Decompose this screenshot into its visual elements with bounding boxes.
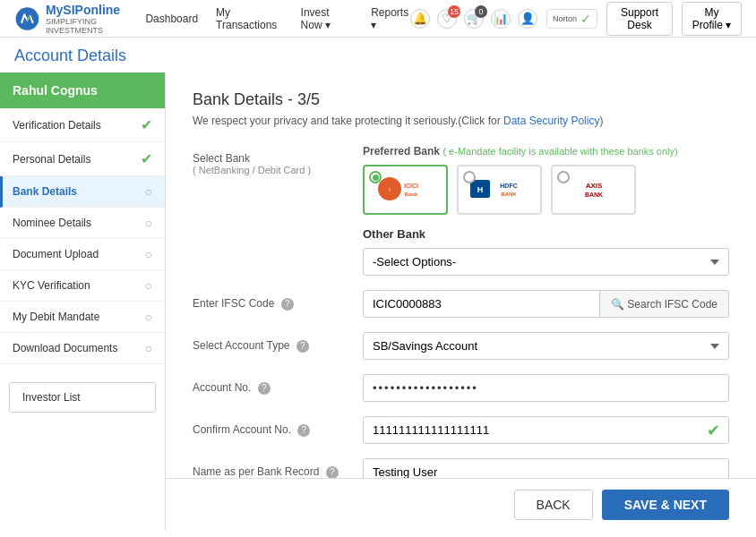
account-type-row: Select Account Type ? SB/Savings Account: [193, 332, 729, 360]
ifsc-input-group: 🔍 Search IFSC Code: [363, 290, 729, 318]
bank-name-help-icon[interactable]: ?: [326, 466, 339, 478]
sidebar-divider: [0, 364, 165, 373]
sidebar-item-document[interactable]: Document Upload ○: [0, 239, 165, 270]
logo-main: MySIPonline: [46, 3, 146, 17]
account-no-label: Account No. ?: [193, 374, 363, 395]
account-type-field: SB/Savings Account: [363, 332, 729, 360]
main-layout: Rahul Cognus Verification Details ✔ Pers…: [0, 72, 756, 531]
bell-icon[interactable]: 🔔: [410, 9, 430, 29]
sidebar-item-bank[interactable]: Bank Details ○: [0, 176, 165, 208]
circle-icon-bank: ○: [145, 184, 152, 199]
bank-card-hdfc[interactable]: H HDFC BANK: [457, 165, 542, 215]
confirm-check-icon: ✔: [707, 421, 720, 440]
svg-text:Bank: Bank: [404, 192, 417, 197]
sidebar: Rahul Cognus Verification Details ✔ Pers…: [0, 72, 166, 531]
svg-text:HDFC: HDFC: [500, 183, 517, 189]
form-content: Bank Details - 3/5 We respect your priva…: [166, 72, 756, 478]
account-type-select[interactable]: SB/Savings Account: [363, 332, 729, 360]
account-no-help-icon[interactable]: ?: [258, 382, 271, 395]
sidebar-item-nominee[interactable]: Nominee Details ○: [0, 208, 165, 239]
nav-dashboard[interactable]: Dashboard: [145, 13, 198, 25]
other-bank-label: Other Bank: [363, 227, 729, 241]
circle-icon-debit: ○: [145, 310, 152, 324]
ifsc-help-icon[interactable]: ?: [281, 298, 294, 311]
footer-buttons: BACK SAVE & NEXT: [166, 478, 756, 531]
save-next-button[interactable]: SAVE & NEXT: [602, 490, 729, 520]
nav-invest[interactable]: Invest Now ▾: [301, 6, 354, 31]
main-nav: Dashboard My Transactions Invest Now ▾ R…: [145, 6, 410, 31]
bank-name-label: Name as per Bank Record ?: [193, 458, 363, 478]
account-no-input[interactable]: [363, 374, 729, 402]
graph-icon[interactable]: 📊: [491, 9, 511, 29]
bank-options-area: Preferred Bank ( e-Mandate facility is a…: [363, 145, 729, 276]
bank-card-axis[interactable]: AXIS BANK: [551, 165, 636, 215]
sidebar-user: Rahul Cognus: [0, 72, 165, 108]
logo: MySIPonline SIMPLIFYING INVESTMENTS: [14, 3, 145, 35]
bank-name-row: Name as per Bank Record ?: [193, 458, 729, 478]
ifsc-input[interactable]: [363, 290, 600, 318]
logo-icon: [14, 4, 40, 33]
account-no-row: Account No. ?: [193, 374, 729, 402]
cart-wrapper: 🛒 0: [464, 9, 484, 29]
content-area: Bank Details - 3/5 We respect your priva…: [166, 72, 756, 531]
section-title: Bank Details - 3/5: [193, 90, 729, 109]
hdfc-logo-svg: H HDFC BANK: [468, 176, 531, 201]
axis-logo: AXIS BANK: [563, 176, 625, 203]
sidebar-item-investor-list[interactable]: Investor List: [10, 383, 155, 412]
other-bank-select[interactable]: -Select Options-: [363, 248, 729, 276]
page-title: Account Details: [0, 38, 756, 72]
ifsc-label: Enter IFSC Code ?: [193, 290, 363, 311]
nav-transactions[interactable]: My Transactions: [216, 6, 282, 31]
data-security-link[interactable]: Data Security Policy: [503, 115, 599, 127]
logo-sub: SIMPLIFYING INVESTMENTS: [46, 17, 146, 35]
sidebar-item-debit[interactable]: My Debit Mandate ○: [0, 302, 165, 333]
confirm-account-field: ✔: [363, 416, 729, 444]
account-type-label: Select Account Type ?: [193, 332, 363, 353]
radio-hdfc: [463, 171, 476, 183]
norton-check-icon: ✓: [580, 12, 591, 26]
norton-badge: Norton ✓: [546, 9, 597, 29]
circle-icon-document: ○: [145, 247, 152, 261]
ifsc-row: Enter IFSC Code ? 🔍 Search IFSC Code: [193, 290, 729, 318]
profile-button[interactable]: My Profile ▾: [682, 2, 742, 36]
header-right: 🔔 ♡ 15 🛒 0 📊 👤 Norton ✓ Support Desk My …: [410, 2, 742, 36]
svg-text:BANK: BANK: [501, 192, 517, 197]
check-icon-verification: ✔: [141, 116, 152, 133]
logo-text: MySIPonline SIMPLIFYING INVESTMENTS: [46, 3, 146, 35]
icici-logo-svg: i ICICI Bank: [377, 176, 434, 201]
header: MySIPonline SIMPLIFYING INVESTMENTS Dash…: [0, 0, 756, 38]
heart-count: 15: [448, 5, 460, 18]
sidebar-item-download[interactable]: Download Documents ○: [0, 333, 165, 364]
account-no-field: [363, 374, 729, 402]
sidebar-item-kyc[interactable]: KYC Verification ○: [0, 270, 165, 302]
circle-icon-kyc: ○: [145, 278, 152, 293]
svg-text:ICICI: ICICI: [404, 183, 418, 189]
sidebar-item-personal[interactable]: Personal Details ✔: [0, 142, 165, 176]
bank-card-icici[interactable]: i ICICI Bank: [363, 165, 448, 215]
select-bank-label: Select Bank ( NetBanking / Debit Card ): [193, 145, 363, 175]
back-button[interactable]: BACK: [514, 490, 593, 520]
search-ifsc-button[interactable]: 🔍 Search IFSC Code: [600, 290, 729, 318]
svg-text:H: H: [477, 185, 483, 194]
norton-text: Norton: [553, 14, 577, 23]
nav-reports[interactable]: Reports ▾: [371, 6, 410, 31]
confirm-account-row: Confirm Account No. ? ✔: [193, 416, 729, 444]
circle-icon-nominee: ○: [145, 216, 152, 230]
nav-icons: 🔔 ♡ 15 🛒 0 📊 👤: [410, 9, 537, 29]
support-desk-button[interactable]: Support Desk: [606, 2, 673, 36]
confirm-account-input[interactable]: [363, 416, 729, 444]
sidebar-investor-section: Investor List: [9, 382, 156, 413]
hdfc-logo: H HDFC BANK: [468, 176, 531, 203]
preferred-banks: i ICICI Bank H: [363, 165, 729, 215]
bank-name-input[interactable]: [363, 458, 729, 478]
heart-wrapper: ♡ 15: [437, 9, 457, 29]
section-subtitle: We respect your privacy and take protect…: [193, 115, 729, 127]
user-icon[interactable]: 👤: [518, 9, 537, 29]
confirm-account-help-icon[interactable]: ?: [297, 424, 310, 437]
svg-text:AXIS: AXIS: [585, 182, 602, 190]
ifsc-field: 🔍 Search IFSC Code: [363, 290, 729, 318]
preferred-bank-label: Preferred Bank ( e-Mandate facility is a…: [363, 145, 729, 158]
svg-text:BANK: BANK: [584, 192, 602, 198]
sidebar-item-verification[interactable]: Verification Details ✔: [0, 108, 165, 142]
account-type-help-icon[interactable]: ?: [296, 340, 309, 353]
